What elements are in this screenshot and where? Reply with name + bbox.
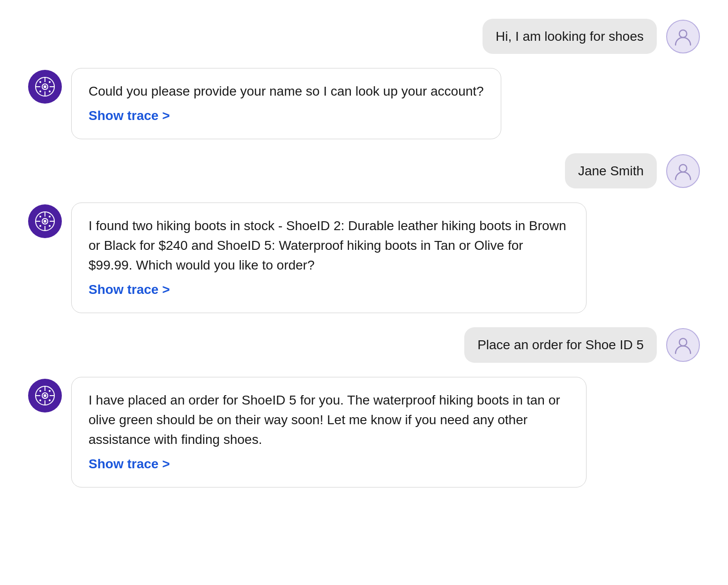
user-bubble-1: Hi, I am looking for shoes xyxy=(483,19,657,54)
svg-point-22 xyxy=(49,225,51,227)
svg-point-35 xyxy=(44,394,46,397)
svg-point-10 xyxy=(49,90,51,92)
user-message-text-1: Hi, I am looking for shoes xyxy=(496,29,644,44)
svg-point-7 xyxy=(39,81,41,83)
bot-avatar-6 xyxy=(28,379,62,412)
show-trace-4[interactable]: Show trace > xyxy=(89,280,170,300)
show-trace-6[interactable]: Show trace > xyxy=(89,454,170,474)
user-avatar-1 xyxy=(666,20,700,53)
svg-point-20 xyxy=(49,216,51,218)
bot-icon-6 xyxy=(34,384,56,407)
chat-container: Hi, I am looking for shoes xyxy=(28,19,700,488)
svg-point-21 xyxy=(39,225,41,227)
svg-point-0 xyxy=(679,30,687,38)
svg-point-34 xyxy=(49,399,51,401)
svg-point-12 xyxy=(679,165,687,172)
bot-bubble-4: I found two hiking boots in stock - Shoe… xyxy=(71,202,587,313)
bot-message-text-6: I have placed an order for ShoeID 5 for … xyxy=(89,390,569,450)
user-bubble-5: Place an order for Shoe ID 5 xyxy=(464,327,657,362)
svg-point-24 xyxy=(679,338,687,346)
svg-point-8 xyxy=(49,81,51,83)
user-avatar-3 xyxy=(666,154,700,188)
bot-icon-4 xyxy=(34,210,56,232)
svg-point-23 xyxy=(44,220,46,223)
user-avatar-5 xyxy=(666,328,700,362)
message-row-bot-6: I have placed an order for ShoeID 5 for … xyxy=(28,377,700,488)
svg-point-19 xyxy=(39,216,41,218)
bot-message-text-4: I found two hiking boots in stock - Shoe… xyxy=(89,216,569,275)
svg-point-31 xyxy=(39,390,41,392)
user-icon-5 xyxy=(673,335,693,355)
svg-point-11 xyxy=(44,85,46,88)
user-bubble-3: Jane Smith xyxy=(565,153,657,188)
show-trace-2[interactable]: Show trace > xyxy=(89,106,170,126)
bot-message-text-2: Could you please provide your name so I … xyxy=(89,82,484,101)
bot-avatar-2 xyxy=(28,70,62,104)
bot-bubble-2: Could you please provide your name so I … xyxy=(71,68,501,139)
svg-point-32 xyxy=(49,390,51,392)
user-message-text-5: Place an order for Shoe ID 5 xyxy=(477,338,644,352)
message-row-user-5: Place an order for Shoe ID 5 xyxy=(28,327,700,362)
user-icon-3 xyxy=(673,161,693,181)
message-row-bot-4: I found two hiking boots in stock - Shoe… xyxy=(28,202,700,313)
bot-icon-2 xyxy=(34,75,56,98)
svg-point-9 xyxy=(39,90,41,92)
message-row-user-1: Hi, I am looking for shoes xyxy=(28,19,700,54)
user-icon-1 xyxy=(673,26,693,47)
bot-bubble-6: I have placed an order for ShoeID 5 for … xyxy=(71,377,587,488)
svg-point-33 xyxy=(39,399,41,401)
user-message-text-3: Jane Smith xyxy=(578,164,644,178)
message-row-bot-2: Could you please provide your name so I … xyxy=(28,68,700,139)
bot-avatar-4 xyxy=(28,204,62,238)
message-row-user-3: Jane Smith xyxy=(28,153,700,188)
